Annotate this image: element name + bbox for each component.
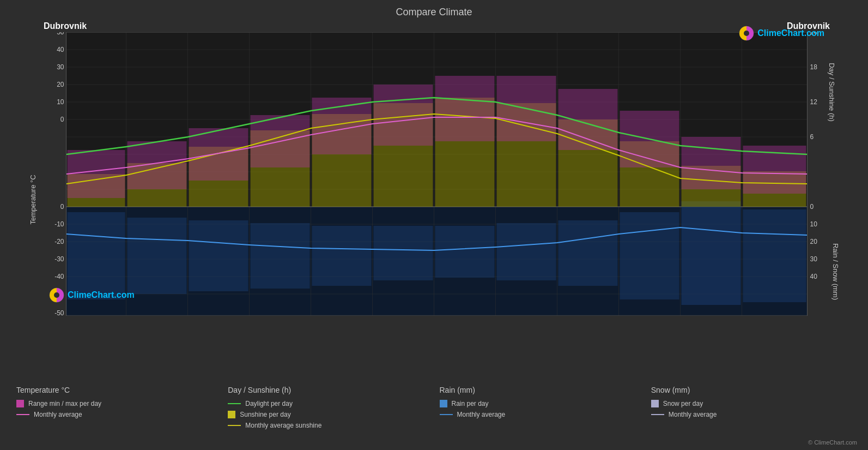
svg-text:0: 0 [60,116,64,123]
legend-line-rain-avg [440,414,453,415]
legend-item-daylight: Daylight per day [228,400,434,407]
logo-top-right: ClimeChart.com [739,26,824,41]
svg-rect-62 [189,128,248,181]
legend-item-temp-range: Range min / max per day [16,400,222,407]
svg-text:-30: -30 [54,255,64,263]
legend-label-rain-avg: Monthly average [457,411,506,418]
svg-rect-44 [559,220,618,286]
legend-title-sunshine: Day / Sunshine (h) [228,386,434,394]
legend-area: Temperature °C Range min / max per day M… [0,379,868,450]
legend-item-snow-avg: Monthly average [651,411,857,418]
svg-rect-46 [682,201,741,305]
legend-label-snow-avg: Monthly average [669,411,717,418]
legend-title-snow: Snow (mm) [651,386,857,394]
left-axis-label: Temperature °C [29,175,37,224]
svg-rect-60 [68,150,125,198]
logo-icon-top [739,26,754,41]
svg-text:20: 20 [57,81,64,88]
legend-group-rain: Rain (mm) Rain per day Monthly average [434,386,646,418]
legend-label-sunshine-avg: Monthly average sunshine [245,422,321,429]
legend-group-sunshine: Day / Sunshine (h) Daylight per day Suns… [222,386,434,429]
svg-text:30: 30 [810,255,818,263]
svg-text:20: 20 [810,238,818,245]
right-axis-bottom-label: Rain / Snow (mm) [831,243,839,300]
svg-text:0: 0 [60,203,64,211]
legend-box-sunshine [228,411,235,418]
svg-text:0: 0 [810,203,814,211]
legend-label-daylight: Daylight per day [245,400,293,407]
legend-box-snow [651,400,659,407]
legend-line-temp-avg [16,414,29,415]
right-axis-top-label: Day / Sunshine (h) [828,63,836,122]
svg-text:18: 18 [810,63,818,71]
legend-item-sunshine: Sunshine per day [228,411,434,418]
legend-label-rain: Rain per day [452,400,489,407]
logo-text-bottom: ClimeChart.com [68,290,135,300]
svg-text:40: 40 [810,273,818,280]
svg-text:10: 10 [810,220,818,228]
legend-item-rain: Rain per day [440,400,646,407]
svg-rect-47 [743,209,806,302]
chart-title: Compare Climate [0,0,868,20]
legend-item-sunshine-avg: Monthly average sunshine [228,422,434,429]
copyright: © ClimeChart.com [808,439,857,446]
svg-text:6: 6 [810,133,814,141]
logo-text-top: ClimeChart.com [757,28,824,38]
svg-text:30: 30 [57,63,64,71]
legend-group-snow: Snow (mm) Snow per day Monthly average [646,386,857,418]
legend-title-temp: Temperature °C [16,386,222,394]
svg-text:-50: -50 [54,309,64,316]
page-container: Compare Climate Dubrovnik Dubrovnik Temp… [0,0,868,450]
legend-label-temp-range: Range min / max per day [28,400,101,407]
svg-text:10: 10 [57,98,64,106]
svg-rect-43 [497,223,556,280]
svg-text:40: 40 [57,46,64,53]
legend-item-temp-avg: Monthly average [16,411,222,418]
logo-bottom-left: ClimeChart.com [49,287,135,303]
svg-rect-45 [620,212,679,299]
logo-icon-bottom [49,287,64,303]
svg-rect-70 [682,137,741,189]
svg-text:12: 12 [810,98,818,106]
svg-text:-10: -10 [54,220,64,228]
legend-box-temp-range [16,400,24,407]
legend-title-rain: Rain (mm) [440,386,646,394]
svg-rect-36 [68,212,125,299]
legend-item-snow: Snow per day [651,400,857,407]
legend-line-daylight [228,403,241,404]
svg-rect-42 [435,226,495,278]
svg-rect-40 [312,226,372,286]
city-label-left: Dubrovnik [44,21,87,31]
svg-rect-61 [128,141,187,189]
svg-rect-66 [435,76,495,141]
svg-text:50: 50 [57,32,64,36]
legend-label-snow: Snow per day [663,400,703,407]
svg-rect-38 [189,220,248,291]
legend-line-snow-avg [651,414,664,415]
svg-rect-39 [251,223,310,289]
legend-label-sunshine: Sunshine per day [240,411,290,418]
svg-rect-37 [128,218,187,294]
svg-text:-40: -40 [54,273,64,280]
svg-point-107 [54,292,59,298]
main-chart: 50 40 30 20 10 0 0 -10 -20 -30 -40 -50 2… [44,32,830,316]
legend-item-rain-avg: Monthly average [440,411,646,418]
legend-group-temperature: Temperature °C Range min / max per day M… [11,386,222,418]
legend-label-temp-avg: Monthly average [34,411,82,418]
svg-rect-41 [374,226,433,280]
svg-rect-68 [559,89,618,150]
svg-text:-20: -20 [54,238,64,245]
legend-line-sunshine-avg [228,425,241,426]
legend-box-rain [440,400,447,407]
svg-point-1 [744,31,749,36]
